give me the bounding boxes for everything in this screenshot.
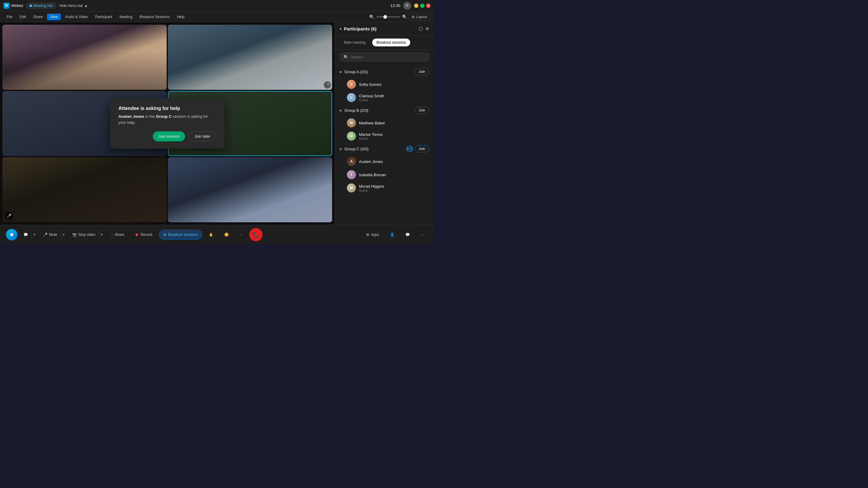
end-call-button[interactable]: 📞: [249, 228, 262, 241]
group-c-header[interactable]: ▶ Group C (3/3) 1 Join: [335, 143, 434, 155]
groups-list: ▶ Group A (2/3) Join S Sofia Gomez C Cla…: [335, 64, 434, 225]
menu-view[interactable]: View: [47, 13, 61, 20]
meeting-info-dot: [30, 4, 32, 7]
group-b-join-button[interactable]: Join: [415, 107, 429, 114]
menu-participant[interactable]: Participant: [92, 13, 116, 20]
tab-breakout-sessions[interactable]: Breakout sessions: [372, 38, 410, 46]
record-button[interactable]: ⏺ Record: [131, 230, 156, 239]
video-cell-6: [168, 157, 332, 222]
main-content: 🎤 🎤 Attendee is asking for help: [0, 22, 434, 225]
share-button[interactable]: ↑ Share: [107, 230, 128, 239]
chat-panel-button[interactable]: 💬: [401, 230, 414, 239]
zoom-slider[interactable]: [376, 16, 400, 18]
stop-video-button[interactable]: 📷 Stop video: [69, 230, 99, 239]
participant-marise: M Marise Torres Guest: [335, 130, 434, 143]
chat-caret[interactable]: ▾: [32, 230, 37, 238]
chat-button-group[interactable]: 💬 ▾: [20, 230, 37, 239]
menu-share[interactable]: Share: [30, 13, 46, 20]
menu-edit[interactable]: Edit: [17, 13, 29, 20]
menu-breakout-sessions[interactable]: Breakout Sessions: [136, 13, 173, 20]
more-icon: ···: [240, 233, 243, 237]
group-c-name: Group C (3/3): [344, 147, 368, 151]
video-cell-1: [2, 25, 167, 90]
participants-button[interactable]: 👤: [386, 230, 399, 239]
meeting-info-badge[interactable]: Meeting info: [26, 3, 56, 9]
group-a-header[interactable]: ▶ Group A (2/3) Join: [335, 66, 434, 78]
participant-info-sofia: Sofia Gomez: [359, 82, 429, 87]
search-input[interactable]: [351, 55, 425, 59]
panel-tabs: Main meeting Breakout sessions: [335, 36, 434, 50]
chat-icon: 💬: [24, 233, 28, 237]
group-b-label-row: ▶ Group B (2/3): [340, 108, 368, 113]
join-session-button[interactable]: Join session: [153, 131, 185, 141]
maximize-button[interactable]: [420, 4, 424, 8]
panel-actions: ⬡ ✕: [418, 26, 429, 32]
minimize-button[interactable]: [414, 4, 418, 8]
toolbar-end: ⊞ Apps 👤 💬 ···: [362, 230, 428, 239]
group-a-join-button[interactable]: Join: [415, 68, 429, 75]
help-text: Austen Jones in the Group C session is a…: [119, 113, 216, 125]
mute-caret[interactable]: ▾: [61, 230, 66, 238]
reactions-button[interactable]: 😊: [220, 230, 233, 239]
zoom-out-icon[interactable]: 🔍: [369, 14, 374, 19]
more-options-button[interactable]: ···: [416, 230, 428, 239]
stop-video-button-group[interactable]: 📷 Stop video ▾: [69, 230, 104, 239]
tab-main-meeting[interactable]: Main meeting: [340, 38, 370, 46]
participant-murad: M Murad Higgins Guest: [335, 181, 434, 195]
menu-file[interactable]: File: [4, 13, 16, 20]
layout-button[interactable]: ⊞ Layout: [408, 13, 430, 21]
search-bar[interactable]: 🔍: [340, 53, 429, 61]
participant-name-marise: Marise Torres: [359, 132, 429, 137]
avatar-matthew: M: [347, 119, 356, 127]
participants-panel: ▾ Participants (6) ⬡ ✕ Main meeting Brea…: [335, 22, 434, 225]
more-button[interactable]: ···: [236, 230, 247, 239]
avatar-murad: M: [347, 184, 356, 193]
meeting-info-label: Meeting info: [33, 4, 53, 8]
apps-label: Apps: [371, 233, 379, 237]
menu-help[interactable]: Help: [174, 13, 187, 20]
menu-meeting[interactable]: Meeting: [116, 13, 135, 20]
stop-video-label: Stop video: [79, 233, 96, 237]
panel-close-button[interactable]: ✕: [425, 26, 429, 32]
video-cell-2: 🎤: [168, 25, 332, 90]
stop-video-caret[interactable]: ▾: [99, 230, 104, 238]
panel-title-row: ▾ Participants (6): [340, 26, 376, 31]
group-c-actions: 1 Join: [406, 145, 429, 153]
group-b-header[interactable]: ▶ Group B (2/3) Join: [335, 104, 434, 116]
participant-name-murad: Murad Higgins: [359, 184, 429, 189]
app-name: Webex: [11, 3, 23, 8]
titlebar-left: W Webex Meeting info Hide menu bar ▲: [4, 3, 390, 9]
panel-collapse-icon[interactable]: ▾: [340, 27, 341, 31]
more-options-icon: ···: [421, 233, 424, 237]
participant-austen: A Austen Jones: [335, 155, 434, 168]
layout-label: Layout: [416, 15, 427, 19]
group-c-join-button[interactable]: Join: [415, 145, 429, 153]
panel-popout-button[interactable]: ⬡: [418, 26, 423, 32]
hide-menu-bar[interactable]: Hide menu bar ▲: [59, 4, 88, 8]
chat-panel-icon: 💬: [405, 233, 410, 237]
participant-matthew: M Matthew Baker: [335, 116, 434, 130]
close-button[interactable]: [426, 4, 430, 8]
apps-button[interactable]: ⊞ Apps: [362, 230, 383, 239]
hand-raise-button[interactable]: ✋: [205, 230, 218, 239]
participant-isabella: I Isabella Brenan: [335, 168, 434, 181]
participant-info-clarissa: Clarissa Smith Guest: [359, 94, 429, 102]
breakout-sessions-button[interactable]: ⊞ Breakout sessions: [159, 230, 202, 239]
participant-name-matthew: Matthew Baker: [359, 121, 429, 125]
toolbar: 💬 ▾ 🎤 Mute ▾ 📷 Stop video ▾ ↑ Share: [0, 225, 434, 244]
join-later-button[interactable]: Join later: [189, 131, 216, 141]
menu-audio-video[interactable]: Audio & Video: [62, 13, 91, 20]
help-title: Attendee is asking for help: [119, 106, 216, 111]
chat-button[interactable]: 💬: [20, 230, 32, 239]
zoom-in-icon[interactable]: 🔍: [402, 14, 407, 19]
participant-role-clarissa: Guest: [359, 98, 429, 102]
breakout-icon: ⊞: [163, 233, 166, 237]
mute-button-group[interactable]: 🎤 Mute ▾: [39, 230, 66, 239]
participant-name-isabella: Isabella Brenan: [359, 173, 429, 177]
record-icon: ⏺: [135, 233, 138, 237]
help-icon: [409, 147, 412, 151]
mute-button[interactable]: 🎤 Mute: [39, 230, 61, 239]
record-label: Record: [141, 233, 152, 237]
mute-label: Mute: [49, 233, 57, 237]
group-a-name: Group A (2/3): [344, 70, 368, 74]
